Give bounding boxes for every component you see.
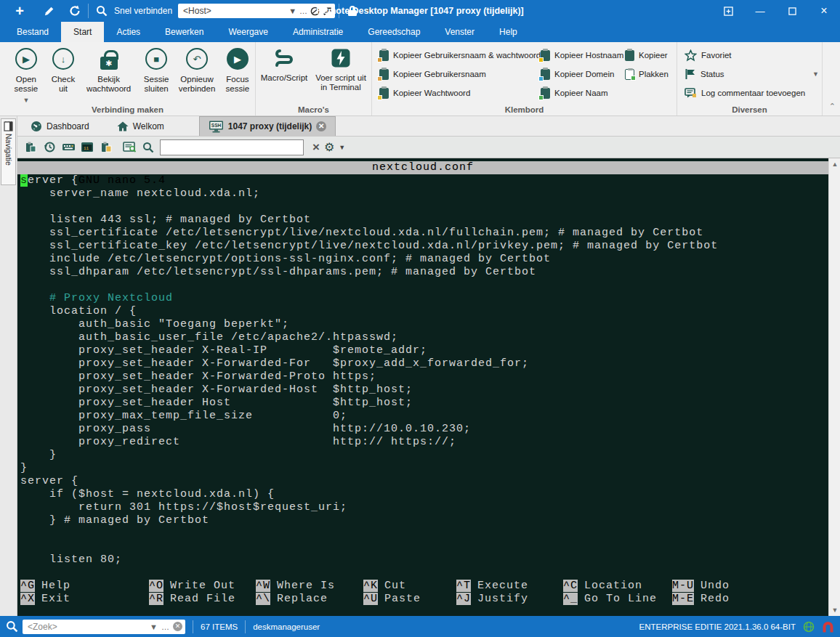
- tab-dashboard[interactable]: Dashboard: [22, 116, 98, 136]
- focus-sessie-button[interactable]: ▶ Focus sessie: [220, 48, 255, 94]
- menu-acties[interactable]: Acties: [104, 22, 153, 42]
- nano-key: M-U: [672, 580, 694, 592]
- session-log-icon[interactable]: [122, 140, 137, 155]
- close-tab-icon[interactable]: ✕: [316, 121, 326, 131]
- minimize-button[interactable]: —: [744, 0, 776, 22]
- session-toolbar: 11 × ⚙ ▼: [17, 137, 840, 158]
- current-user[interactable]: deskmanageruser: [253, 622, 320, 631]
- chevron-down-icon[interactable]: ▼: [150, 622, 158, 631]
- opnieuw-verbinden-button[interactable]: ↶ Opnieuw verbinden: [174, 48, 220, 94]
- kopieer-gebruikersnaam-button[interactable]: Kopieer Gebruikersnaam: [379, 65, 541, 84]
- refresh-button[interactable]: [65, 1, 84, 20]
- nano-shortcut-label: Cut: [384, 580, 406, 592]
- clear-search-icon[interactable]: ✕: [173, 622, 182, 631]
- terminal-scrollbar[interactable]: ▲ ▼: [828, 158, 840, 616]
- notebook-icon: [4, 121, 13, 131]
- document-tab-bar: Dashboard Welkom SSH 1047 proxy (tijdeli…: [17, 116, 840, 137]
- close-button[interactable]: ×: [808, 0, 840, 22]
- ribbon-spacer: ⌃: [823, 42, 840, 115]
- globe-icon[interactable]: [803, 621, 815, 633]
- quick-connect-combobox[interactable]: <Host> ▼ …: [178, 4, 335, 18]
- menu-gereedschap[interactable]: Gereedschap: [355, 22, 432, 42]
- nano-key: ^G: [20, 580, 35, 592]
- focus-play-icon: ▶: [227, 48, 249, 70]
- group-label-verbinding-maken: Verbinding maken: [0, 105, 255, 114]
- status-button[interactable]: Status ▼: [684, 65, 819, 84]
- menu-help[interactable]: Help: [487, 22, 530, 42]
- sessie-sluiten-button[interactable]: ■ Sessie sluiten: [139, 48, 174, 94]
- log-commentaar-button[interactable]: Log commentaar toevoegen: [684, 84, 819, 102]
- search-entries-input[interactable]: <Zoek> ▼ … ✕: [23, 620, 185, 634]
- terminal-comment-line: # Proxy Nextcloud: [17, 292, 828, 305]
- kopieer-button[interactable]: Kopieer: [625, 46, 669, 65]
- voer-script-uit-button[interactable]: Voer script uit in Terminal: [311, 48, 371, 92]
- tab-welkom[interactable]: Welkom: [108, 116, 173, 136]
- clear-filter-icon[interactable]: ×: [312, 140, 320, 155]
- minimize-icon: —: [756, 6, 765, 17]
- copy-clipboard-icon[interactable]: [99, 140, 113, 155]
- menu-bewerken[interactable]: Bewerken: [153, 22, 216, 42]
- edit-entry-button[interactable]: [39, 1, 58, 20]
- terminal-line: proxy_set_header Host $http_host;: [17, 397, 828, 410]
- open-sessie-button[interactable]: ▶ Open sessie ▼: [4, 48, 48, 105]
- vpn-icon[interactable]: [310, 7, 320, 16]
- divider: [245, 620, 246, 633]
- nano-shortcut-label: Replace: [277, 593, 328, 605]
- search-button[interactable]: [92, 1, 111, 20]
- menu-bestand[interactable]: Bestand: [4, 22, 61, 42]
- devolutions-magnet-icon[interactable]: [822, 621, 834, 633]
- ellipsis-button[interactable]: …: [299, 7, 307, 15]
- chevron-down-icon[interactable]: ▼: [365, 7, 371, 15]
- menu-venster[interactable]: Venster: [432, 22, 487, 42]
- chevron-down-icon[interactable]: ▼: [288, 7, 296, 15]
- paste-clipboard-icon[interactable]: [23, 140, 38, 155]
- nano-key: ^R: [149, 593, 163, 605]
- terminal-line: listen 80;: [17, 553, 828, 567]
- scroll-up-icon[interactable]: ▲: [829, 158, 840, 170]
- gear-icon[interactable]: ⚙: [324, 140, 334, 154]
- ssh-monitor-icon: SSH: [209, 121, 224, 133]
- lock-button[interactable]: [343, 1, 362, 20]
- maximize-button[interactable]: [776, 0, 808, 22]
- nano-key: ^T: [456, 580, 471, 592]
- terminal-line: location / {: [17, 305, 828, 318]
- kopieer-naam-button[interactable]: Kopieer Naam: [541, 84, 623, 102]
- nano-shortcut-label: Redo: [700, 593, 730, 605]
- tab-session-1047-proxy[interactable]: SSH 1047 proxy (tijdelijk) ✕: [199, 116, 336, 136]
- quick-connect-arrow-icon[interactable]: [323, 7, 332, 16]
- check-uit-button[interactable]: ↓ Check uit: [48, 48, 78, 94]
- ellipsis-button[interactable]: …: [161, 622, 169, 631]
- kopieer-hostnaam-button[interactable]: Kopieer Hostnaam: [541, 46, 623, 65]
- collapse-ribbon-icon[interactable]: ⌃: [829, 102, 836, 111]
- plus-icon: +: [15, 4, 24, 18]
- plakken-button[interactable]: Plakken: [625, 65, 669, 84]
- flag-icon: [684, 68, 696, 80]
- terminal-filter-input[interactable]: [160, 139, 304, 155]
- nano-shortcut-label: Location: [584, 580, 642, 592]
- scroll-down-icon[interactable]: ▼: [829, 604, 840, 616]
- history-icon[interactable]: [42, 140, 57, 155]
- kopieer-wachtwoord-button[interactable]: Kopieer Wachtwoord: [379, 84, 541, 102]
- group-label-macros: Macro's: [256, 105, 371, 114]
- close-icon: ×: [820, 4, 827, 17]
- terminal-window-icon[interactable]: 11: [80, 140, 94, 155]
- macro-script-button[interactable]: Macro/Script: [257, 48, 311, 83]
- menu-start[interactable]: Start: [61, 22, 104, 42]
- favoriet-button[interactable]: Favoriet: [684, 46, 819, 65]
- chevron-down-icon[interactable]: ▼: [339, 144, 345, 151]
- new-entry-button[interactable]: +: [10, 1, 29, 20]
- bekijk-wachtwoord-button[interactable]: ✱ Bekijk wachtwoord: [78, 48, 139, 94]
- navigation-tab[interactable]: Navigatie: [1, 118, 16, 185]
- nano-filename: nextcloud.conf: [17, 161, 828, 174]
- group-label-diversen: Diversen: [677, 105, 822, 114]
- macro-keyboard-icon[interactable]: [61, 140, 76, 155]
- menu-weergave[interactable]: Weergave: [216, 22, 280, 42]
- ssh-terminal[interactable]: GNU nano 5.4 nextcloud.conf server { ser…: [17, 158, 828, 616]
- menu-administratie[interactable]: Administratie: [280, 22, 355, 42]
- chevron-down-icon: ▼: [812, 70, 819, 78]
- kopieer-gebruikersnaam-wachtwoord-button[interactable]: Kopieer Gebruikersnaam & wachtwoord: [379, 46, 541, 65]
- popup-window-button[interactable]: [712, 0, 744, 22]
- reconnect-circle-icon: ↶: [186, 48, 208, 70]
- nano-key: M-E: [672, 593, 694, 605]
- kopieer-domein-button[interactable]: Kopieer Domein: [541, 65, 623, 84]
